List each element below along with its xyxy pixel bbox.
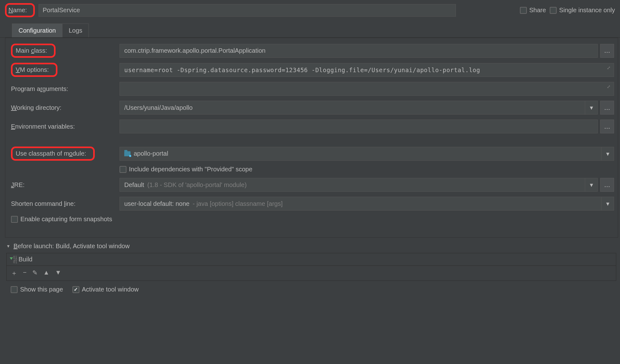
- edit-button[interactable]: ✎: [32, 269, 38, 277]
- working-dir-label: Working directory:: [9, 104, 116, 111]
- program-args-label: Program arguments:: [9, 85, 116, 93]
- classpath-dropdown-button[interactable]: ▾: [601, 147, 614, 161]
- remove-button[interactable]: −: [23, 269, 27, 277]
- activate-tool-window-checkbox[interactable]: Activate tool window: [72, 286, 139, 293]
- classpath-dropdown[interactable]: apollo-portal: [120, 147, 601, 161]
- jre-dropdown[interactable]: Default (1.8 - SDK of 'apollo-portal' mo…: [120, 178, 585, 192]
- vm-options-input[interactable]: username=root -Dspring.datasource.passwo…: [120, 63, 614, 77]
- working-dir-browse-button[interactable]: …: [600, 101, 614, 115]
- shorten-dropdown[interactable]: user-local default: none - java [options…: [120, 197, 601, 211]
- module-folder-icon: [124, 151, 131, 156]
- expand-icon[interactable]: ⤢: [607, 65, 611, 70]
- working-dir-dropdown[interactable]: ▾: [585, 101, 598, 115]
- chevron-down-icon: ▾: [606, 200, 609, 207]
- move-up-button[interactable]: ▲: [43, 269, 50, 277]
- build-icon: 011001: [10, 257, 15, 262]
- shorten-dropdown-button[interactable]: ▾: [601, 197, 614, 211]
- snapshots-label: Enable capturing form snapshots: [20, 216, 112, 223]
- chevron-down-icon: ▾: [606, 150, 609, 158]
- share-label: Share: [529, 7, 546, 14]
- main-class-label: Main class:: [11, 44, 56, 58]
- before-launch-item-build[interactable]: 011001 Build: [7, 253, 616, 265]
- activate-tool-window-label: Activate tool window: [82, 286, 139, 293]
- env-vars-label: Environment variables:: [9, 123, 116, 130]
- jre-dropdown-button[interactable]: ▾: [585, 178, 598, 192]
- single-instance-label: Single instance only: [559, 7, 615, 14]
- show-this-page-label: Show this page: [20, 286, 63, 293]
- program-args-input[interactable]: ⤢: [120, 82, 614, 96]
- env-vars-input[interactable]: [120, 120, 598, 133]
- snapshots-checkbox[interactable]: Enable capturing form snapshots: [9, 216, 112, 223]
- move-down-button[interactable]: ▼: [55, 269, 61, 277]
- jre-browse-button[interactable]: …: [600, 178, 614, 192]
- chevron-down-icon: ▾: [590, 181, 593, 189]
- name-input[interactable]: [39, 4, 456, 17]
- working-dir-input[interactable]: /Users/yunai/Java/apollo: [120, 101, 585, 115]
- name-label: Name:: [5, 3, 35, 17]
- main-class-input[interactable]: com.ctrip.framework.apollo.portal.Portal…: [120, 44, 598, 58]
- chevron-down-icon: ▼: [6, 244, 10, 249]
- shorten-label: Shorten command line:: [9, 200, 116, 207]
- before-launch-header[interactable]: ▼ Before launch: Build, Activate tool wi…: [6, 243, 616, 250]
- tab-logs[interactable]: Logs: [62, 24, 89, 37]
- expand-icon[interactable]: ⤢: [607, 84, 611, 89]
- single-instance-checkbox[interactable]: Single instance only: [550, 7, 615, 14]
- classpath-label: Use classpath of module:: [11, 147, 95, 161]
- provided-scope-checkbox[interactable]: Include dependencies with "Provided" sco…: [120, 166, 252, 173]
- share-checkbox[interactable]: Share: [520, 7, 546, 14]
- env-vars-browse-button[interactable]: …: [600, 120, 614, 133]
- provided-scope-label: Include dependencies with "Provided" sco…: [129, 166, 252, 173]
- add-button[interactable]: ＋: [11, 269, 17, 277]
- main-class-browse-button[interactable]: …: [600, 44, 614, 58]
- vm-options-label: VM options:: [11, 63, 57, 77]
- build-item-label: Build: [19, 256, 32, 263]
- tab-configuration[interactable]: Configuration: [12, 24, 62, 37]
- jre-label: JRE:: [9, 181, 116, 189]
- chevron-down-icon: ▾: [590, 104, 593, 111]
- show-this-page-checkbox[interactable]: Show this page: [11, 286, 63, 293]
